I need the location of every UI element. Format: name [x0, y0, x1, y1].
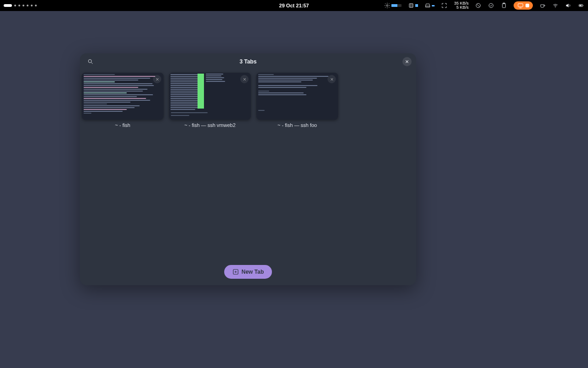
tab-label: ~ - fish — ssh foo — [256, 122, 338, 128]
gear-icon — [384, 2, 390, 9]
workspace-active — [4, 4, 12, 7]
tab-thumbnail — [82, 73, 164, 120]
disk-icon — [424, 2, 431, 9]
tab-tile[interactable]: ~ - fish — [82, 73, 164, 128]
new-tab-button[interactable]: New Tab — [224, 265, 272, 279]
svg-rect-1 — [409, 4, 413, 7]
top-bar: 29 Oct 21:57 35 KB/s 5 KB/s — [0, 0, 588, 11]
tabs-grid: ~ - fish — [80, 70, 416, 259]
svg-point-3 — [489, 3, 493, 7]
close-tab-button[interactable] — [328, 75, 336, 83]
system-tray: 35 KB/s 5 KB/s — [384, 1, 584, 10]
tab-tile[interactable]: ~ - fish — ssh foo — [256, 73, 338, 128]
overview-title: 3 Tabs — [80, 58, 416, 65]
close-icon — [243, 78, 246, 81]
overview-footer: New Tab — [80, 259, 416, 285]
close-icon — [156, 78, 159, 81]
tab-overview-panel: 3 Tabs — [80, 53, 416, 285]
workspace-dot — [31, 5, 33, 6]
network-speed[interactable]: 35 KB/s 5 KB/s — [454, 1, 469, 10]
plus-box-icon — [232, 269, 239, 275]
tab-label: ~ - fish — [82, 122, 164, 128]
workspace-dot — [18, 5, 20, 6]
net-speed-down: 5 KB/s — [454, 6, 469, 10]
workspace-dot — [35, 5, 37, 6]
close-tab-button[interactable] — [153, 75, 161, 83]
new-tab-label: New Tab — [242, 269, 264, 275]
caffeine-icon[interactable] — [539, 2, 546, 9]
svg-rect-6 — [518, 4, 523, 7]
do-not-disturb-icon[interactable] — [475, 2, 481, 9]
power-icon[interactable] — [578, 2, 584, 9]
htop-bar-block — [198, 74, 204, 109]
screencast-indicator[interactable] — [514, 1, 533, 10]
svg-point-0 — [387, 5, 389, 6]
workspace-dot — [23, 5, 24, 6]
check-circle-icon[interactable] — [488, 2, 494, 9]
volume-icon[interactable] — [565, 2, 571, 9]
memory-indicator[interactable] — [408, 2, 418, 9]
overview-header: 3 Tabs — [80, 53, 416, 70]
workspace-dot — [27, 5, 28, 6]
tab-thumbnail — [169, 73, 251, 120]
tab-label: ~ - fish — ssh vmweb2 — [169, 122, 251, 128]
tab-tile[interactable]: ~ - fish — ssh vmweb2 — [169, 73, 251, 128]
screen-icon — [517, 2, 524, 9]
clipboard-icon[interactable] — [501, 2, 507, 9]
stop-icon — [526, 4, 529, 7]
fullscreen-icon[interactable] — [441, 2, 447, 9]
wifi-icon[interactable] — [552, 2, 559, 9]
workspace-indicator[interactable] — [4, 4, 37, 7]
close-tab-button[interactable] — [240, 75, 249, 83]
close-icon — [330, 78, 334, 81]
workspace-dot — [14, 5, 16, 6]
tab-thumbnail — [256, 73, 338, 120]
svg-point-7 — [555, 7, 555, 8]
svg-rect-9 — [580, 5, 582, 6]
cpu-indicator[interactable] — [384, 2, 401, 9]
disk-indicator[interactable] — [424, 2, 435, 9]
memory-icon — [408, 2, 414, 9]
